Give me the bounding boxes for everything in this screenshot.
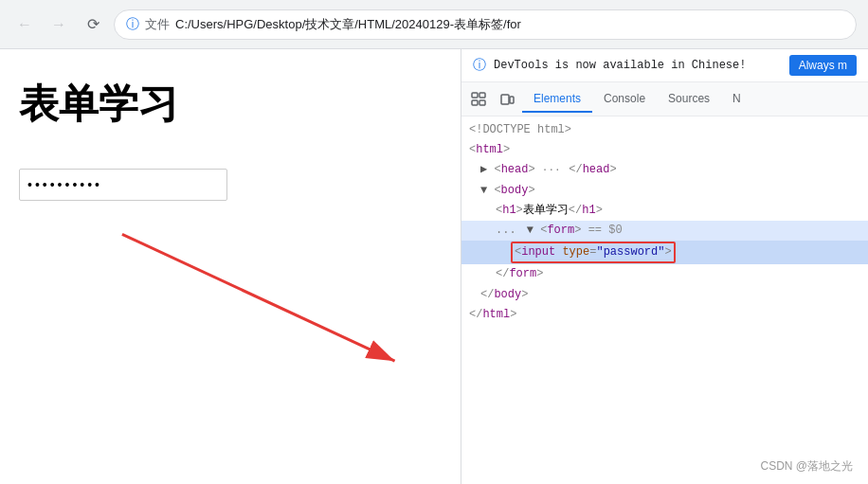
tree-line-input[interactable]: <input type="password"> xyxy=(461,241,868,264)
inspect-icon[interactable] xyxy=(465,86,492,113)
tree-line-head[interactable]: ▶ <head> ··· </head> xyxy=(461,160,868,180)
svg-line-1 xyxy=(122,234,395,361)
svg-rect-7 xyxy=(510,97,514,103)
devtools-tabs: Elements Console Sources N xyxy=(461,82,868,117)
forward-button[interactable]: → xyxy=(45,11,72,38)
address-prefix: 文件 xyxy=(145,16,170,33)
tab-elements[interactable]: Elements xyxy=(522,86,592,113)
watermark: CSDN @落地之光 xyxy=(760,458,853,475)
devtools-infobar: ⓘ DevTools is now available in Chinese! … xyxy=(461,49,868,82)
main-area: 表单学习 ⓘ DevTools is now available in Chin… xyxy=(0,49,868,484)
tab-more[interactable]: N xyxy=(721,86,752,113)
tree-line-html-close: </html> xyxy=(461,305,868,325)
svg-rect-2 xyxy=(472,93,478,98)
tree-line-body-close: </body> xyxy=(461,285,868,305)
input-line-highlight: <input type="password"> xyxy=(511,242,676,263)
svg-rect-4 xyxy=(472,100,478,105)
tab-console[interactable]: Console xyxy=(592,86,657,113)
password-input[interactable] xyxy=(19,169,227,201)
tree-line-h1: <h1>表单学习</h1> xyxy=(461,201,868,221)
svg-rect-3 xyxy=(479,93,485,98)
back-button[interactable]: ← xyxy=(11,11,38,38)
reload-button[interactable]: ⟳ xyxy=(80,11,106,38)
tree-line-doctype: <!DOCTYPE html> xyxy=(461,120,868,140)
devtools-tree: <!DOCTYPE html> <html> ▶ <head> ··· </he… xyxy=(461,117,868,484)
devtools-info-icon: ⓘ xyxy=(473,57,486,74)
tree-line-html-open: <html> xyxy=(461,140,868,160)
browser-chrome: ← → ⟳ ⓘ 文件 C:/Users/HPG/Desktop/技术文章/HTM… xyxy=(0,0,868,49)
address-bar[interactable]: ⓘ 文件 C:/Users/HPG/Desktop/技术文章/HTML/2024… xyxy=(114,9,857,40)
devtools-panel: ⓘ DevTools is now available in Chinese! … xyxy=(461,49,868,484)
tree-line-body-open[interactable]: ▼ <body> xyxy=(461,181,868,201)
tree-line-form-close: </form> xyxy=(461,264,868,284)
address-text: C:/Users/HPG/Desktop/技术文章/HTML/20240129-… xyxy=(175,16,521,33)
svg-rect-6 xyxy=(501,95,509,104)
page-content: 表单学习 xyxy=(0,49,461,484)
info-icon: ⓘ xyxy=(126,16,139,33)
page-title: 表单学习 xyxy=(19,78,442,131)
svg-rect-5 xyxy=(479,100,485,105)
always-button[interactable]: Always m xyxy=(789,55,857,76)
devtools-infobar-text: DevTools is now available in Chinese! xyxy=(494,59,782,72)
device-toggle-icon[interactable] xyxy=(494,86,520,113)
tree-line-form[interactable]: ... ▼ <form> == $0 xyxy=(461,221,868,241)
tab-sources[interactable]: Sources xyxy=(657,86,721,113)
